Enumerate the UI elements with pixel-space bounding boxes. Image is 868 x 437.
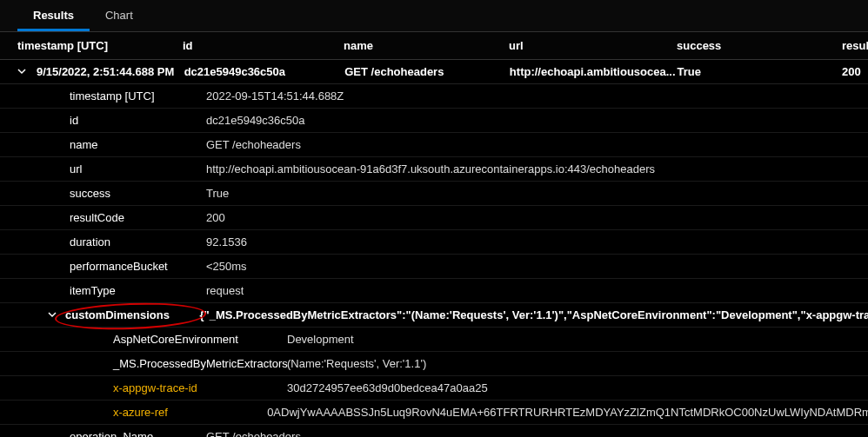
tab-chart[interactable]: Chart [90,0,149,31]
detail-val: True [187,187,229,200]
sub-val: (Name:'Requests', Ver:'1.1') [271,357,426,370]
detail-val: GET /echoheaders [187,138,301,151]
cell-result: 200 [842,65,868,78]
detail-itemtype: itemType request [0,279,868,303]
detail-timestamp: timestamp [UTC] 2022-09-15T14:51:44.688Z [0,84,868,109]
detail-key: operation_Name [0,430,187,437]
detail-duration: duration 92.1536 [0,230,868,255]
detail-key: itemType [0,284,187,297]
detail-val: GET /echoheaders [187,430,301,437]
chevron-down-icon[interactable] [17,65,28,78]
detail-val: request [187,284,244,297]
cell-url: http://echoapi.ambitiousocea... [510,65,678,78]
chevron-down-icon[interactable] [48,308,57,321]
sub-key: x-appgw-trace-id [0,381,271,394]
sub-key: AspNetCoreEnvironment [0,333,271,346]
detail-val: dc21e5949c36c50a [187,114,305,127]
results-tabs: Results Chart [0,0,868,32]
sub-val: 30d2724957ee63d9d0bedcea47a0aa25 [271,381,488,394]
detail-key: resultCode [0,211,187,224]
cell-timestamp: 9/15/2022, 2:51:44.688 PM [37,65,184,78]
col-header-timestamp[interactable]: timestamp [UTC] [17,39,183,52]
col-header-url[interactable]: url [509,39,677,52]
detail-id: id dc21e5949c36c50a [0,109,868,133]
detail-performancebucket: performanceBucket <250ms [0,255,868,279]
sub-val: Development [271,333,354,346]
cd-x-appgw-trace-id: x-appgw-trace-id 30d2724957ee63d9d0bedce… [0,376,868,401]
detail-operation-name: operation_Name GET /echoheaders [0,425,868,437]
detail-key: duration [0,235,187,248]
detail-key: url [0,162,187,175]
detail-url: url http://echoapi.ambitiousocean-91a6d3… [0,157,868,182]
customdimensions-label: customDimensions [65,308,181,321]
detail-key: success [0,187,187,200]
cell-name: GET /echoheaders [344,65,510,78]
cd-aspnetcoreenvironment: AspNetCoreEnvironment Development [0,328,868,352]
tab-results[interactable]: Results [17,0,90,31]
detail-key: performanceBucket [0,260,187,273]
detail-key: timestamp [UTC] [0,89,187,103]
detail-val: http://echoapi.ambitiousocean-91a6d3f7.u… [187,162,655,175]
detail-val: <250ms [187,260,247,273]
sub-key: _MS.ProcessedByMetricExtractors [0,357,271,370]
column-header-row: timestamp [UTC] id name url success resu… [0,32,868,60]
cd-ms-processed: _MS.ProcessedByMetricExtractors (Name:'R… [0,352,868,376]
detail-name: name GET /echoheaders [0,133,868,157]
cell-success: True [677,65,842,78]
col-header-result[interactable]: result [842,39,868,52]
detail-resultcode: resultCode 200 [0,206,868,230]
cd-x-azure-ref: x-azure-ref 0ADwjYwAAAABSSJn5Luq9RovN4uE… [0,401,868,425]
col-header-id[interactable]: id [183,39,344,52]
cell-id: dc21e5949c36c50a [184,65,345,78]
detail-val: 200 [187,211,225,224]
col-header-success[interactable]: success [677,39,842,52]
col-header-name[interactable]: name [344,39,509,52]
sub-key: x-azure-ref [0,406,251,419]
detail-customdimensions[interactable]: customDimensions {"_MS.ProcessedByMetric… [0,303,868,328]
detail-key: name [0,138,187,151]
sub-val: 0ADwjYwAAAABSSJn5Luq9RovN4uEMA+66TFRTRUR… [251,406,868,419]
detail-val: 92.1536 [187,235,247,248]
customdimensions-json: {"_MS.ProcessedByMetricExtractors":"(Nam… [181,308,868,321]
detail-key: id [0,114,187,127]
detail-success: success True [0,182,868,206]
result-row-0[interactable]: 9/15/2022, 2:51:44.688 PM dc21e5949c36c5… [0,60,868,84]
detail-val: 2022-09-15T14:51:44.688Z [187,89,344,103]
